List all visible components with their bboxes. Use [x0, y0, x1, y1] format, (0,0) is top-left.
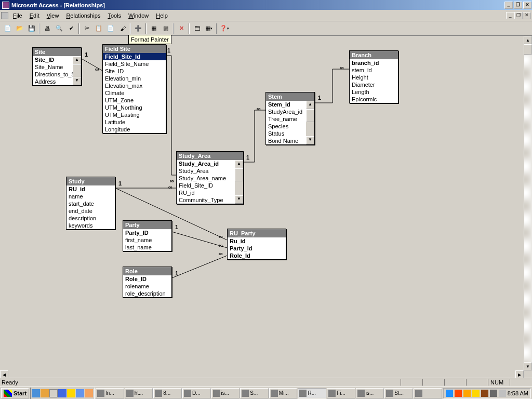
- field-role-id[interactable]: Role_Id: [228, 252, 286, 259]
- field-description[interactable]: description: [66, 215, 115, 222]
- taskbar-item[interactable]: [414, 388, 442, 398]
- field-study-area[interactable]: Study_Area: [177, 167, 235, 175]
- field-study-area-id[interactable]: Study_Area_id: [177, 160, 235, 167]
- vertical-scrollbar[interactable]: ▲ ▼: [524, 36, 532, 370]
- table-header[interactable]: Role: [123, 267, 171, 275]
- clear-layout-button[interactable]: ✕: [176, 23, 187, 34]
- maximize-button[interactable]: ❐: [514, 2, 522, 9]
- menu-relationships[interactable]: Relationships: [62, 11, 104, 20]
- start-button[interactable]: Start: [1, 388, 29, 398]
- field-site-name[interactable]: Site_Name: [33, 63, 73, 71]
- paste-button[interactable]: 📄: [105, 23, 116, 34]
- field-utm-northing[interactable]: UTM_Northing: [103, 104, 166, 111]
- field-elevation-min[interactable]: Elevation_min: [103, 75, 166, 82]
- show-direct-button[interactable]: ▦: [148, 23, 159, 34]
- table-branch[interactable]: Branchbranch_idstem_idHeightDiameterLeng…: [349, 50, 398, 103]
- menu-help[interactable]: Help: [152, 11, 171, 20]
- menu-window[interactable]: Window: [125, 11, 152, 20]
- taskbar-item[interactable]: R...: [298, 388, 326, 398]
- app-icon[interactable]: [85, 389, 93, 397]
- table-header[interactable]: Study: [66, 177, 115, 185]
- field-ru-id[interactable]: Ru_id: [228, 237, 286, 245]
- open-button[interactable]: 📂: [14, 23, 25, 34]
- format-painter-button[interactable]: 🖌: [117, 23, 128, 34]
- add-table-button[interactable]: ➕: [132, 23, 144, 34]
- taskbar-item[interactable]: ht...: [125, 388, 153, 398]
- field-site-id[interactable]: Site_ID: [33, 56, 73, 63]
- clock[interactable]: 8:58 AM: [508, 390, 528, 396]
- field-elevation-max[interactable]: Elevation_max: [103, 82, 166, 89]
- table-ruparty[interactable]: RU_PartyRu_idParty_idRole_Id: [227, 229, 286, 260]
- field-rolename[interactable]: rolename: [123, 283, 171, 290]
- field-field-site-name[interactable]: Field_Site_Name: [103, 60, 166, 68]
- taskbar-item[interactable]: D...: [182, 388, 211, 398]
- app-icon[interactable]: [76, 389, 84, 397]
- table-studyarea[interactable]: Study_AreaStudy_Area_idStudy_AreaStudy_A…: [176, 151, 244, 204]
- field-party-id[interactable]: Party_ID: [123, 229, 171, 236]
- tray-icon[interactable]: [490, 390, 497, 397]
- taskbar-item[interactable]: is...: [356, 388, 384, 398]
- field-length[interactable]: Length: [350, 88, 398, 96]
- app-icon[interactable]: [58, 389, 66, 397]
- field-site-id[interactable]: Site_ID: [103, 68, 166, 75]
- field-epicormic[interactable]: Epicormic: [350, 96, 398, 103]
- taskbar-item[interactable]: In...: [96, 388, 124, 398]
- taskbar-item[interactable]: Fi...: [327, 388, 355, 398]
- table-party[interactable]: PartyParty_IDfirst_namelast_name: [123, 220, 172, 251]
- save-button[interactable]: 💾: [26, 23, 37, 34]
- table-scrollbar[interactable]: ▲▼: [73, 56, 81, 85]
- desktop-icon[interactable]: [49, 389, 58, 397]
- field-field-site-id[interactable]: Field_Site_ID: [177, 182, 235, 189]
- cut-button[interactable]: ✂: [81, 23, 92, 34]
- field-latitude[interactable]: Latitude: [103, 118, 166, 126]
- field-keywords[interactable]: keywords: [66, 222, 115, 229]
- field-climate[interactable]: Climate: [103, 89, 166, 97]
- taskbar-item[interactable]: St...: [384, 388, 413, 398]
- field-stem-id[interactable]: Stem_id: [266, 101, 306, 108]
- table-header[interactable]: Field Site: [103, 45, 166, 53]
- field-utm-easting[interactable]: UTM_Easting: [103, 111, 166, 118]
- mdi-minimize-button[interactable]: _: [506, 12, 514, 19]
- menu-file[interactable]: File: [9, 11, 26, 20]
- taskbar-item[interactable]: is...: [211, 388, 240, 398]
- close-button[interactable]: ✕: [523, 2, 531, 9]
- field-height[interactable]: Height: [350, 74, 398, 81]
- tray-icon[interactable]: [472, 390, 480, 397]
- field-party-id[interactable]: Party_id: [228, 245, 286, 252]
- field-diameter[interactable]: Diameter: [350, 81, 398, 88]
- table-header[interactable]: Party: [123, 221, 171, 229]
- table-study[interactable]: StudyRU_idnamestart_dateend_datedescript…: [66, 177, 115, 230]
- new-object-button[interactable]: ▦▾: [203, 23, 215, 34]
- taskbar-item[interactable]: Mi...: [269, 388, 298, 398]
- menu-edit[interactable]: Edit: [26, 11, 43, 20]
- field-address[interactable]: Address: [33, 78, 73, 85]
- table-scrollbar[interactable]: ▲▼: [235, 160, 243, 204]
- field-name[interactable]: name: [66, 193, 115, 200]
- field-bond-name[interactable]: Bond Name: [266, 137, 306, 144]
- table-role[interactable]: RoleRole_IDrolenamerole_description: [123, 267, 172, 298]
- tray-icon[interactable]: [499, 390, 506, 397]
- field-utm-zone[interactable]: UTM_Zone: [103, 97, 166, 104]
- field-tree-name[interactable]: Tree_name: [266, 115, 306, 123]
- table-header[interactable]: Site: [33, 48, 81, 56]
- table-scrollbar[interactable]: ▲▼: [306, 101, 314, 144]
- database-window-button[interactable]: 🗔: [191, 23, 203, 34]
- field-role-description[interactable]: role_description: [123, 290, 171, 297]
- field-species[interactable]: Species: [266, 123, 306, 130]
- taskbar-item[interactable]: 8...: [153, 388, 182, 398]
- spelling-button[interactable]: ✔: [65, 23, 77, 34]
- field-ru-id[interactable]: RU_id: [66, 185, 115, 193]
- field-study-area-name[interactable]: Study_Area_name: [177, 175, 235, 182]
- scroll-up-button[interactable]: ▲: [524, 36, 532, 44]
- field-last-name[interactable]: last_name: [123, 244, 171, 251]
- field-start-date[interactable]: start_date: [66, 200, 115, 207]
- preview-button[interactable]: 🔍: [54, 23, 65, 34]
- field-end-date[interactable]: end_date: [66, 207, 115, 215]
- field-directions-to-si[interactable]: Directions_to_Si: [33, 71, 73, 78]
- app-icon[interactable]: [67, 389, 75, 397]
- table-stem[interactable]: StemStem_idStudyArea_idTree_nameSpeciesS…: [265, 92, 315, 145]
- copy-button[interactable]: 📋: [93, 23, 104, 34]
- menu-tools[interactable]: Tools: [104, 11, 125, 20]
- table-site[interactable]: SiteSite_IDSite_NameDirections_to_SiAddr…: [32, 47, 82, 86]
- field-longitude[interactable]: Longitude: [103, 126, 166, 133]
